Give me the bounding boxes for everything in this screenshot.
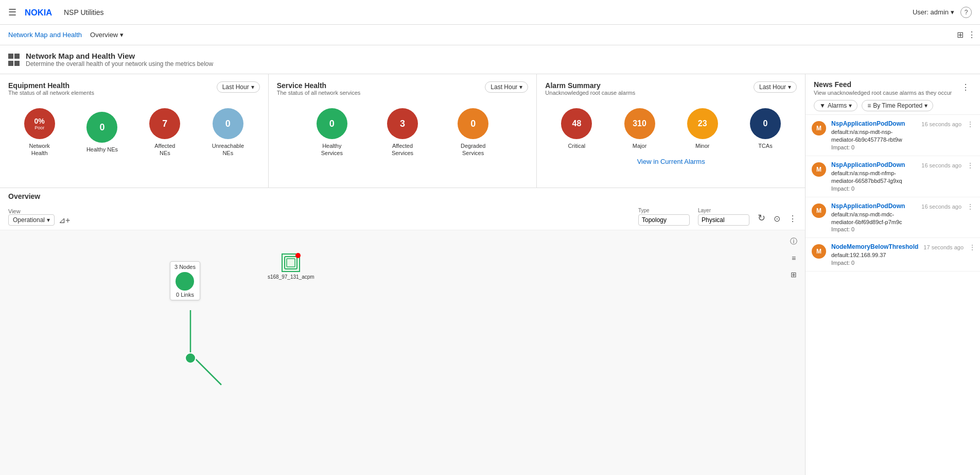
healthy-nes-circle[interactable]: 0 [86,112,117,143]
nav-chevron-icon: ▾ [120,31,124,39]
major-label: Major [633,142,647,149]
equipment-health-header: Equipment Health The status of all netwo… [8,81,260,104]
unreachable-nes-item[interactable]: 0 UnreachableNEs [212,108,244,157]
network-health-item[interactable]: 0% Poor NetworkHealth [24,108,55,157]
overview-controls-left: View Operational ▾ ⊿+ [8,208,70,226]
minor-circle[interactable]: 23 [687,108,718,139]
help-icon[interactable]: ? [960,7,972,18]
layout-tool-btn[interactable]: ⊞ [786,267,801,282]
alarm-summary-time-btn[interactable]: Last Hour ▾ [754,81,797,93]
news-panel-menu-icon[interactable]: ⋮ [959,80,972,94]
alarm-summary-header: Alarm Summary Unacknowledged root cause … [545,81,797,104]
news-avatar-0: M [812,121,826,135]
view-current-alarms-link[interactable]: View in Current Alarms [545,158,797,165]
tcas-item[interactable]: 0 TCAs [750,108,781,149]
node-group[interactable]: 3 Nodes 0 Links [170,261,200,300]
connector-svg [0,230,805,475]
view-dropdown-chevron-icon: ▾ [47,216,50,224]
layout-icon[interactable]: ⊞ [957,30,964,40]
hamburger-icon[interactable]: ☰ [8,7,16,18]
affected-services-item[interactable]: 3 AffectedServices [387,108,418,157]
equipment-health-time-btn[interactable]: Last Hour ▾ [217,81,260,93]
alarm-summary-subtitle: Unacknowledged root cause alarms [545,90,635,96]
degraded-services-circle[interactable]: 0 [458,108,488,139]
svg-point-6 [185,353,196,363]
affected-nes-item[interactable]: 7 AffectedNEs [149,108,180,157]
filter-funnel-icon: ▼ [819,102,826,109]
type-label: Type [638,208,690,213]
tcas-circle[interactable]: 0 [750,108,781,139]
news-event-title-2[interactable]: NspApplicationPodDown [831,202,916,210]
overview-section: Overview View Operational ▾ ⊿+ Type [0,188,805,475]
node-group-label: 3 Nodes [174,264,196,270]
navbar-right: ⊞ ⋮ [957,30,976,40]
svg-line-2 [190,354,221,385]
major-item[interactable]: 310 Major [624,108,655,149]
topbar: ☰ NOKIA NSP Utilities User: admin ▾ ? [0,0,980,25]
healthy-services-item[interactable]: 0 HealthyServices [317,108,347,157]
tcas-label: TCAs [758,142,773,149]
healthy-services-circle[interactable]: 0 [317,108,347,139]
unreachable-nes-label: UnreachableNEs [212,142,244,157]
user-dropdown[interactable]: User: admin ▾ [913,8,954,16]
single-node[interactable]: s168_97_131_acpm [268,253,314,280]
alarm-summary-card: Alarm Summary Unacknowledged root cause … [537,74,805,188]
navbar-left: Network Map and Health Overview ▾ [4,31,128,39]
news-event-impact-3: Impact: 0 [831,260,918,266]
news-event-title-3[interactable]: NodeMemoryBelowThreshold [831,243,918,250]
critical-circle[interactable]: 48 [561,108,592,139]
news-event-title-0[interactable]: NspApplicationPodDown [831,120,916,127]
news-feed-panel: News Feed View unacknowledged root cause… [805,74,980,475]
filter-add-icon[interactable]: ⊿+ [59,215,70,225]
map-settings-icon[interactable]: ⊙ [774,214,780,224]
nav-current-label: Overview [90,31,118,39]
node-links-label: 0 Links [176,292,194,298]
news-item-menu-2[interactable]: ⋮ [967,202,974,211]
type-select[interactable]: Topology [638,214,690,226]
nokia-logo: NOKIA [25,7,56,18]
sort-btn[interactable]: ≡ By Time Reported ▾ [862,100,933,111]
refresh-icon[interactable]: ↻ [758,212,765,224]
news-item-menu-0[interactable]: ⋮ [967,120,974,128]
news-event-detail-1: default:n/a:nsp-mdt-nfmp-mediator-66587b… [831,169,916,185]
alarms-filter-btn[interactable]: ▼ Alarms ▾ [814,100,857,111]
service-health-subtitle: The status of all network services [277,90,361,96]
news-subtitle: View unacknowledged root cause alarms as… [814,90,952,96]
minor-item[interactable]: 23 Minor [687,108,718,149]
major-circle[interactable]: 310 [624,108,655,139]
news-item-menu-1[interactable]: ⋮ [967,161,974,169]
degraded-services-item[interactable]: 0 DegradedServices [458,108,488,157]
svg-point-3 [181,277,189,285]
navbar-more-icon[interactable]: ⋮ [968,30,976,40]
news-event-detail-3: default:192.168.99.37 [831,251,918,259]
news-title-block: News Feed View unacknowledged root cause… [814,80,952,100]
type-select-group: Type Topology [638,208,690,226]
nav-link-network-map[interactable]: Network Map and Health [4,31,86,39]
affected-nes-circle[interactable]: 7 [149,108,180,139]
news-event-detail-0: default:n/a:nsp-mdt-nsp-mediator-6b9c457… [831,128,916,144]
map-more-icon[interactable]: ⋮ [789,214,797,224]
equipment-health-card: Equipment Health The status of all netwo… [0,74,269,188]
critical-value: 48 [572,119,582,128]
list-tool-btn[interactable]: ≡ [786,251,801,265]
news-time-1: 16 seconds ago [921,162,961,168]
healthy-nes-item[interactable]: 0 Healthy NEs [86,112,118,153]
network-health-circle[interactable]: 0% Poor [24,108,55,139]
layer-select[interactable]: Physical [698,214,749,226]
affected-services-circle[interactable]: 3 [387,108,418,139]
healthy-services-label: HealthyServices [321,142,343,157]
news-content-2: NspApplicationPodDown default:n/a:nsp-md… [831,202,916,233]
service-health-time-btn[interactable]: Last Hour ▾ [485,81,528,93]
view-dropdown[interactable]: Operational ▾ [8,214,55,226]
major-value: 310 [633,119,646,128]
nav-current-overview[interactable]: Overview ▾ [86,31,128,39]
critical-item[interactable]: 48 Critical [561,108,592,149]
view-label-group: View Operational ▾ [8,208,55,226]
unreachable-nes-circle[interactable]: 0 [213,108,243,139]
network-health-value: 0% [34,117,45,125]
info-tool-btn[interactable]: ⓘ [786,234,801,249]
service-health-header: Service Health The status of all network… [277,81,529,104]
news-event-title-1[interactable]: NspApplicationPodDown [831,161,916,168]
news-item-menu-3[interactable]: ⋮ [969,243,976,251]
news-item: M NspApplicationPodDown default:n/a:nsp-… [806,156,980,197]
